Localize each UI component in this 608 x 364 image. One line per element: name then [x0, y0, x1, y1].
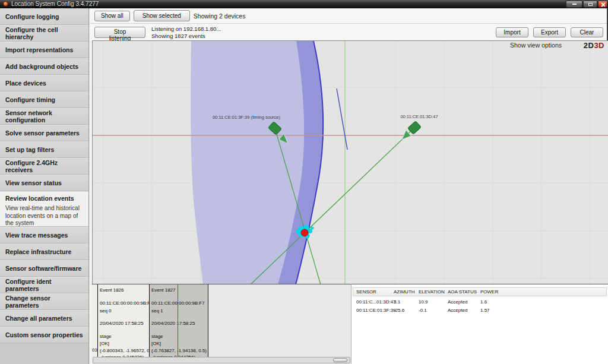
listening-toolbar: Stop listening Listening on 192.168.1.80…: [90, 24, 607, 40]
clear-button[interactable]: Clear: [571, 27, 603, 37]
scrollbar-thumb[interactable]: [333, 358, 347, 362]
event-timestamp: 20/04/2020 17:58:25: [100, 321, 143, 326]
sidebar-item-label: Solve sensor parameters: [5, 129, 80, 137]
event-stage-label: stage: [100, 334, 112, 339]
sidebar-item-label: Replace infrastructure: [5, 248, 71, 255]
sidebar-item-configure-ident-parameters[interactable]: Configure ident parameters: [0, 277, 88, 293]
table-cell-azimuth: 3.1: [394, 299, 400, 305]
sidebar-item-import-representations[interactable]: Import representations: [0, 42, 88, 58]
sensor-label-3f39: 00:11:CE:01:3F:39 (timing source): [213, 115, 281, 120]
sidebar-item-solve-sensor-parameters[interactable]: Solve sensor parameters: [0, 125, 88, 141]
sidebar-item-sensor-network-configuration[interactable]: Sensor network configuration: [0, 108, 88, 125]
event-status: [OK]: [100, 341, 109, 346]
mode-2d-button[interactable]: 2D: [584, 41, 594, 50]
clipped-event-text: 0.50203: [92, 347, 97, 353]
table-cell-power: 1.6: [480, 299, 487, 305]
location-map[interactable]: 00:11:CE:01:3F:39 (timing source) 00:11:…: [92, 40, 608, 284]
show-selected-button[interactable]: Show selected: [134, 10, 190, 21]
sidebar-item-view-sensor-status[interactable]: View sensor status: [0, 175, 88, 191]
show-view-options-link[interactable]: Show view options: [510, 42, 562, 49]
blue-wall-segment: [337, 88, 347, 150]
sidebar-item-label: Configure logging: [5, 13, 59, 20]
event-seq: seq 0: [100, 308, 112, 314]
sidebar-item-change-all-parameters[interactable]: Change all parameters: [0, 310, 88, 327]
task-sidebar: Configure logging Configure the cell hie…: [0, 8, 89, 364]
sidebar-item-cell-hierarchy[interactable]: Configure the cell hierarchy: [0, 25, 88, 42]
events-horizontal-scrollbar[interactable]: [93, 357, 350, 363]
sensor-heading-arrow: [402, 130, 411, 140]
events-count-status: Showing 1827 events: [151, 33, 221, 40]
sidebar-item-label: Change all parameters: [5, 315, 72, 322]
sidebar-item-configure-logging[interactable]: Configure logging: [0, 8, 88, 25]
sidebar-item-label: Configure ident parameters: [5, 278, 83, 292]
show-all-button[interactable]: Show all: [94, 11, 130, 21]
table-cell-aoa-status: Accepted: [448, 299, 467, 305]
tag-current-position-marker: [301, 229, 308, 236]
event-seq: seq 1: [151, 308, 163, 314]
sidebar-item-configure-timing[interactable]: Configure timing: [0, 91, 88, 108]
event-card-1826[interactable]: Event 1826 00:11:CE:00:00:00:9B:F7 seq 0…: [98, 284, 150, 357]
sidebar-item-place-devices[interactable]: Place devices: [0, 75, 88, 91]
event-title: Event 1826: [100, 287, 124, 293]
sidebar-item-label: Add background objects: [5, 63, 78, 70]
main-panel: Show all Show selected Showing 2 devices…: [90, 8, 608, 364]
map-canvas: 00:11:CE:01:3F:39 (timing source) 00:11:…: [93, 41, 608, 284]
sidebar-item-label: Configure timing: [5, 96, 55, 103]
app-icon: [3, 1, 8, 7]
event-timestamp: 20/04/2020 17:58:25: [151, 321, 195, 326]
sidebar-item-sensor-software-firmware[interactable]: Sensor software/firmware: [0, 260, 88, 277]
minimize-icon: [572, 4, 577, 5]
column-header-azimuth: AZIMUTH: [394, 289, 415, 295]
event-card-clipped[interactable]: 0.50203: [92, 284, 98, 357]
timeline-cursor[interactable]: [178, 284, 178, 357]
event-card-1827-selected[interactable]: Event 1827 00:11:CE:00:00:00:9B:F7 seq 1…: [150, 284, 208, 357]
table-cell-elevation: -0.1: [419, 308, 427, 313]
sidebar-item-set-up-tag-filters[interactable]: Set up tag filters: [0, 141, 88, 158]
sidebar-item-label: Change sensor parameters: [5, 295, 83, 309]
sidebar-item-review-location-events[interactable]: Review location events View real-time an…: [0, 191, 88, 227]
sensor-readings-panel: SENSOR AZIMUTH ELEVATION AOA STATUS POWE…: [351, 284, 608, 364]
sidebar-item-description: View real-time and historical location e…: [5, 205, 83, 227]
maximize-icon: [588, 3, 593, 6]
minimize-button[interactable]: [566, 1, 582, 8]
sensor-label-3d47: 00:11:CE:01:3D:47: [400, 114, 438, 119]
sidebar-item-label: View sensor status: [5, 179, 62, 186]
devices-toolbar: Show all Show selected Showing 2 devices: [90, 8, 607, 24]
maximize-button[interactable]: [583, 1, 597, 8]
sidebar-item-label: View trace messages: [5, 232, 68, 239]
import-button[interactable]: Import: [496, 27, 528, 37]
close-icon: [601, 2, 605, 7]
table-cell-sensor: 00:11:C...01:3D:47: [356, 299, 396, 305]
sensor-device-3d47[interactable]: [402, 121, 421, 140]
sidebar-item-add-background-objects[interactable]: Add background objects: [0, 58, 88, 75]
mode-3d-button[interactable]: 3D: [594, 41, 604, 50]
map-grid: [93, 41, 608, 284]
close-button[interactable]: [598, 1, 607, 8]
table-header-row: [353, 287, 607, 296]
sidebar-item-label: Review location events: [5, 195, 74, 202]
event-stage-label: stage: [151, 334, 163, 339]
column-header-power: POWER: [480, 289, 498, 295]
sidebar-item-label: Import representations: [5, 46, 73, 53]
export-button[interactable]: Export: [533, 27, 566, 37]
sidebar-item-label: Sensor software/firmware: [5, 265, 81, 272]
sidebar-item-label: Set up tag filters: [5, 146, 54, 153]
column-header-sensor: SENSOR: [356, 289, 376, 295]
sidebar-item-custom-sensor-properties[interactable]: Custom sensor properties: [0, 327, 88, 343]
sidebar-item-replace-infrastructure[interactable]: Replace infrastructure: [0, 243, 88, 260]
sidebar-item-view-trace-messages[interactable]: View trace messages: [0, 227, 88, 243]
table-cell-sensor: 00:11:CE:01:3F:39: [356, 308, 396, 313]
sidebar-item-label: Configure the cell hierarchy: [5, 26, 83, 40]
devices-count-status: Showing 2 devices: [194, 12, 246, 20]
stop-listening-button[interactable]: Stop listening: [94, 27, 145, 38]
event-title: Event 1827: [151, 287, 175, 293]
listening-address: Listening on 192.168.1.80...: [151, 26, 221, 33]
sidebar-item-label: Configure 2.4GHz receivers: [5, 159, 83, 173]
table-cell-elevation: 10.9: [419, 299, 428, 305]
table-cell-aoa-status: Accepted: [448, 308, 467, 313]
sidebar-item-change-sensor-parameters[interactable]: Change sensor parameters: [0, 293, 88, 310]
sidebar-item-configure-24ghz-receivers[interactable]: Configure 2.4GHz receivers: [0, 158, 88, 175]
sidebar-item-label: Custom sensor properties: [5, 331, 83, 338]
event-timeline-panel[interactable]: 0.50203 Event 1826 00:11:CE:00:00:00:9B:…: [92, 284, 351, 364]
event-position: (-0.800343, -1.96572, 0.5: [100, 348, 150, 353]
